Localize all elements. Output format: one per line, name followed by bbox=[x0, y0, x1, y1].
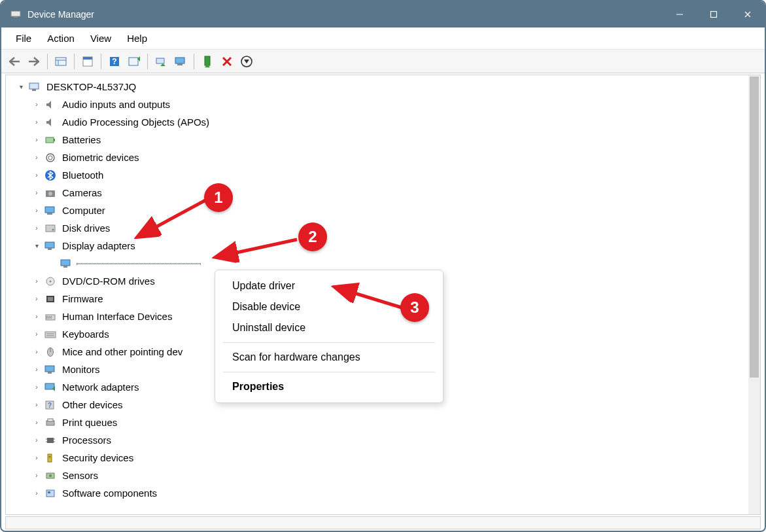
tree-category-node[interactable]: ▾Display adapters bbox=[11, 237, 760, 255]
chevron-down-icon[interactable]: ▾ bbox=[16, 82, 26, 92]
chevron-icon[interactable]: ▾ bbox=[32, 241, 41, 251]
tree-category-node[interactable]: ›Biometric devices bbox=[11, 149, 760, 166]
audio-icon bbox=[44, 98, 57, 111]
tree-category-node[interactable]: ›Security devices bbox=[11, 449, 760, 467]
svg-text:?: ? bbox=[48, 402, 52, 409]
add-legacy-button[interactable] bbox=[171, 52, 190, 71]
computer-icon bbox=[28, 80, 41, 94]
biometric-icon bbox=[44, 151, 57, 164]
app-icon bbox=[10, 9, 21, 20]
tree-category-node[interactable]: ›Print queues bbox=[11, 414, 760, 431]
context-menu-item[interactable]: Scan for hardware changes bbox=[215, 347, 443, 368]
chevron-icon[interactable]: › bbox=[32, 153, 41, 162]
minimize-button[interactable] bbox=[663, 1, 697, 27]
tree-category-node[interactable]: ›Batteries bbox=[11, 131, 760, 149]
tree-node-label bbox=[77, 263, 201, 264]
svg-rect-36 bbox=[61, 260, 70, 266]
chevron-icon[interactable]: › bbox=[32, 135, 41, 145]
toolbar-separator bbox=[101, 54, 101, 69]
menu-action[interactable]: Action bbox=[39, 30, 82, 46]
dvd-icon bbox=[44, 275, 57, 288]
chevron-icon[interactable]: › bbox=[32, 330, 41, 339]
svg-rect-14 bbox=[156, 58, 164, 63]
tree-node-label: Cameras bbox=[61, 187, 103, 198]
disable-device-button[interactable] bbox=[218, 52, 236, 71]
svg-point-29 bbox=[48, 192, 52, 196]
chevron-icon[interactable]: › bbox=[32, 400, 41, 410]
toolbar: ? bbox=[1, 50, 765, 73]
close-button[interactable] bbox=[731, 1, 765, 27]
tree-category-node[interactable]: ›Cameras bbox=[11, 184, 760, 202]
svg-rect-24 bbox=[54, 139, 55, 141]
svg-rect-10 bbox=[83, 57, 92, 60]
other-icon: ? bbox=[44, 399, 57, 412]
tree-category-node[interactable]: ›Software components bbox=[11, 484, 760, 502]
svg-rect-34 bbox=[45, 242, 54, 248]
tree-node-label: DESKTOP-4L537JQ bbox=[45, 81, 137, 92]
forward-button[interactable] bbox=[25, 52, 43, 71]
tree-node-label: Display adapters bbox=[61, 240, 137, 251]
svg-rect-32 bbox=[46, 225, 55, 232]
tree-node-label: Biometric devices bbox=[61, 152, 141, 163]
chevron-icon[interactable]: › bbox=[32, 171, 41, 180]
properties-button[interactable] bbox=[78, 52, 97, 71]
tree-node-label: Audio inputs and outputs bbox=[61, 99, 171, 110]
chevron-icon[interactable]: › bbox=[32, 100, 41, 109]
tree-category-node[interactable]: ›Computer bbox=[11, 202, 760, 219]
chevron-icon[interactable]: › bbox=[32, 118, 41, 127]
annotation-arrow-2 bbox=[211, 237, 302, 263]
back-button[interactable] bbox=[5, 52, 24, 71]
chevron-icon[interactable]: › bbox=[32, 277, 41, 286]
chevron-icon[interactable]: › bbox=[32, 224, 41, 233]
svg-rect-37 bbox=[63, 266, 67, 268]
chevron-icon[interactable]: › bbox=[32, 294, 41, 304]
tree-category-node[interactable]: ›Bluetooth bbox=[11, 166, 760, 184]
chevron-icon[interactable]: › bbox=[32, 418, 41, 427]
svg-rect-31 bbox=[47, 213, 52, 215]
menu-file[interactable]: File bbox=[8, 30, 39, 46]
chevron-icon[interactable]: › bbox=[32, 471, 41, 480]
chevron-icon[interactable]: › bbox=[32, 188, 41, 198]
uninstall-device-button[interactable] bbox=[237, 52, 256, 71]
tree-category-node[interactable]: ›Sensors bbox=[11, 467, 760, 484]
update-button[interactable] bbox=[125, 52, 143, 71]
bluetooth-icon bbox=[44, 169, 57, 182]
software-icon bbox=[44, 487, 57, 500]
tree-node-label: Mice and other pointing dev bbox=[61, 346, 184, 357]
tree-node-label: Sensors bbox=[61, 470, 99, 481]
tree-node-label: Keyboards bbox=[61, 328, 111, 340]
tree-category-node[interactable]: ›Audio inputs and outputs bbox=[11, 96, 760, 113]
chevron-icon[interactable]: › bbox=[32, 453, 41, 463]
svg-rect-68 bbox=[48, 491, 50, 493]
menu-help[interactable]: Help bbox=[119, 30, 155, 46]
tree-root-node[interactable]: ▾DESKTOP-4L537JQ bbox=[11, 78, 760, 96]
context-menu-separator bbox=[223, 342, 435, 343]
network-icon bbox=[44, 381, 57, 394]
firmware-icon bbox=[44, 293, 57, 306]
chevron-icon[interactable]: › bbox=[32, 206, 41, 215]
chevron-icon[interactable]: › bbox=[32, 347, 41, 357]
annotation-badge-2: 2 bbox=[298, 222, 327, 251]
show-hidden-button[interactable] bbox=[52, 52, 70, 71]
maximize-button[interactable] bbox=[697, 1, 731, 27]
context-menu-item[interactable]: Properties bbox=[215, 376, 443, 397]
chevron-icon[interactable]: › bbox=[32, 489, 41, 498]
svg-rect-15 bbox=[175, 58, 184, 63]
chevron-icon[interactable]: › bbox=[32, 312, 41, 321]
tree-category-node[interactable]: ›Processors bbox=[11, 431, 760, 449]
svg-rect-21 bbox=[29, 83, 39, 89]
tree-category-node[interactable]: ›Audio Processing Objects (APOs) bbox=[11, 113, 760, 131]
chevron-icon[interactable]: › bbox=[32, 365, 41, 374]
scrollbar[interactable] bbox=[748, 75, 760, 514]
svg-rect-30 bbox=[45, 207, 54, 213]
svg-rect-6 bbox=[56, 58, 66, 65]
disk-icon bbox=[44, 222, 57, 235]
enable-device-button[interactable] bbox=[198, 52, 217, 71]
scan-hardware-button[interactable] bbox=[152, 52, 170, 71]
help-button[interactable]: ? bbox=[105, 52, 124, 71]
toolbar-separator bbox=[47, 54, 48, 69]
menu-view[interactable]: View bbox=[82, 30, 119, 46]
tree-category-node[interactable]: ›Disk drives bbox=[11, 219, 760, 237]
chevron-icon[interactable]: › bbox=[32, 436, 41, 445]
chevron-icon[interactable]: › bbox=[32, 383, 41, 392]
